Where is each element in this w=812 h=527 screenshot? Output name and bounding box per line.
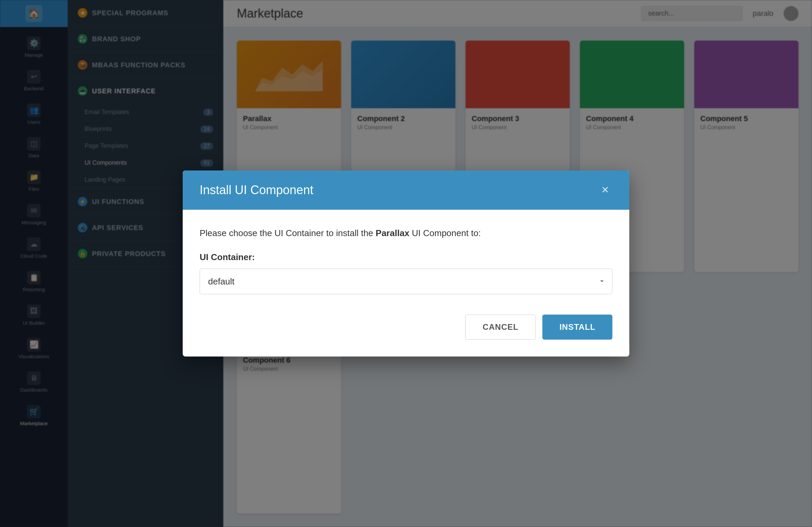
description-suffix: UI Component to: [409, 228, 481, 238]
modal-close-button[interactable]: ✕ [597, 182, 612, 197]
modal-footer: CANCEL INSTALL [183, 314, 629, 356]
modal-body: Please choose the UI Container to instal… [183, 210, 629, 314]
description-prefix: Please choose the UI Container to instal… [200, 228, 376, 238]
modal-overlay: Install UI Component ✕ Please choose the… [0, 0, 812, 527]
modal-header: Install UI Component ✕ [183, 171, 629, 210]
modal-title: Install UI Component [200, 183, 313, 197]
ui-container-label: UI Container: [200, 252, 612, 263]
component-name: Parallax [376, 228, 409, 238]
install-modal: Install UI Component ✕ Please choose the… [183, 171, 629, 356]
install-button[interactable]: INSTALL [542, 314, 612, 340]
modal-description: Please choose the UI Container to instal… [200, 226, 612, 240]
ui-container-dropdown[interactable]: default [200, 268, 612, 294]
cancel-button[interactable]: CANCEL [465, 314, 536, 340]
